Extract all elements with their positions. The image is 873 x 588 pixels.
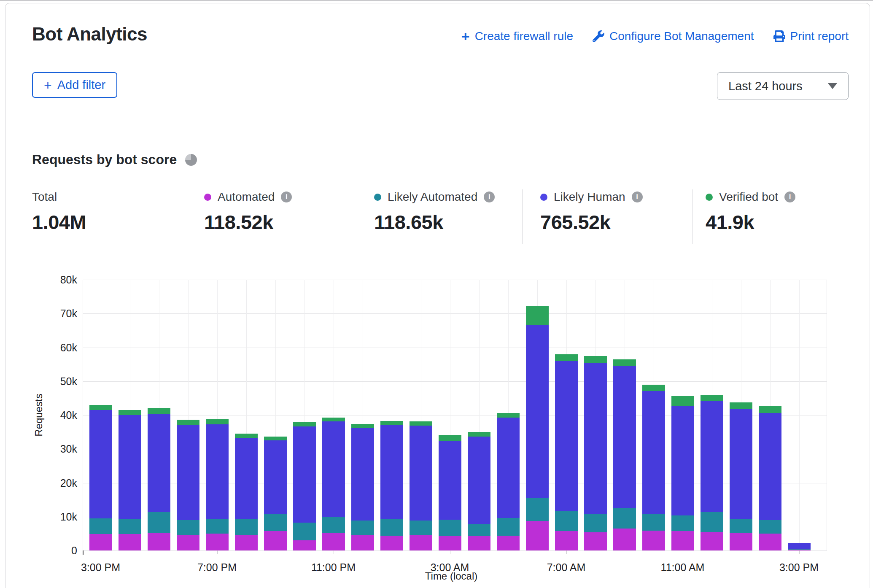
bar-9:00 AM[interactable]: [613, 359, 636, 550]
info-icon[interactable]: i: [784, 192, 795, 202]
bar-segment-automated: [235, 535, 258, 550]
info-icon[interactable]: i: [484, 192, 495, 202]
bar-segment-verified-bot: [613, 359, 636, 366]
bar-1:00 PM[interactable]: [730, 402, 752, 550]
bar-segment-automated: [177, 535, 199, 550]
time-range-dropdown[interactable]: Last 24 hours: [717, 72, 849, 100]
origin-tick: [83, 550, 84, 555]
add-filter-button[interactable]: + Add filter: [32, 72, 117, 98]
bar-12:00 PM[interactable]: [701, 395, 723, 550]
h-gridline: [83, 348, 827, 348]
bar-segment-automated: [351, 535, 374, 550]
bar-4:00 PM[interactable]: [119, 410, 141, 550]
create-firewall-rule-link[interactable]: + Create firewall rule: [461, 30, 573, 43]
bar-segment-likely-human: [613, 366, 636, 508]
bar-segment-automated: [613, 529, 636, 550]
bar-3:00 PM[interactable]: [89, 405, 112, 550]
bar-5:00 PM[interactable]: [148, 408, 170, 550]
chevron-down-icon: [828, 83, 837, 89]
bar-segment-likely-human: [788, 543, 811, 549]
bar-segment-likely-automated: [177, 520, 199, 535]
bar-segment-verified-bot: [730, 402, 752, 409]
stat-likely-human: Likely Human i 765.52k: [540, 189, 643, 234]
bar-segment-likely-human: [380, 425, 403, 519]
bar-segment-automated: [759, 534, 781, 550]
bar-segment-verified-bot: [89, 405, 112, 410]
bar-6:00 PM[interactable]: [177, 420, 199, 550]
wrench-icon: [593, 30, 604, 42]
y-tick-label: 50k: [60, 375, 77, 387]
bar-segment-likely-automated: [119, 519, 141, 534]
bar-segment-verified-bot: [701, 395, 723, 401]
bar-8:00 AM[interactable]: [584, 356, 607, 550]
h-gridline: [83, 381, 827, 382]
bar-segment-likely-human: [89, 410, 112, 518]
bar-11:00 AM[interactable]: [671, 396, 694, 550]
bar-segment-automated: [322, 533, 345, 550]
bar-segment-verified-bot: [671, 396, 694, 406]
bar-3:00 AM[interactable]: [439, 435, 461, 550]
bar-11:00 PM[interactable]: [322, 418, 345, 550]
bar-12:00 AM[interactable]: [351, 424, 374, 550]
print-report-link[interactable]: Print report: [773, 30, 849, 43]
bar-segment-likely-automated: [293, 523, 316, 540]
page-title: Bot Analytics: [32, 24, 147, 45]
bar-segment-likely-automated: [380, 519, 403, 536]
bar-9:00 PM[interactable]: [264, 437, 287, 550]
bar-6:00 AM[interactable]: [526, 306, 549, 550]
bar-1:00 AM[interactable]: [380, 421, 403, 550]
bar-segment-likely-human: [468, 437, 490, 524]
bar-segment-automated: [206, 534, 229, 550]
bar-segment-likely-automated: [584, 514, 607, 532]
printer-icon: [773, 30, 785, 42]
stat-total-value: 1.04M: [32, 210, 86, 234]
likely-human-legend-dot: [540, 194, 547, 201]
header: Bot Analytics + Create firewall rule Con…: [32, 24, 849, 45]
bar-segment-likely-automated: [671, 515, 694, 531]
bar-segment-likely-automated: [235, 519, 258, 535]
create-firewall-rule-label: Create firewall rule: [475, 30, 573, 43]
bar-segment-likely-human: [264, 440, 287, 514]
bar-segment-likely-automated: [322, 517, 345, 533]
x-axis-title: Time (local): [425, 570, 477, 582]
stat-divider: [357, 189, 357, 244]
bar-segment-likely-human: [642, 391, 665, 514]
bar-segment-verified-bot: [293, 422, 316, 426]
bar-2:00 PM[interactable]: [759, 406, 781, 550]
bar-segment-automated: [642, 531, 665, 550]
x-tick-mark: [799, 550, 800, 554]
bar-3:00 PM[interactable]: [788, 543, 811, 550]
bar-segment-verified-bot: [642, 385, 665, 391]
stat-divider: [522, 189, 523, 244]
bar-segment-likely-human: [497, 418, 520, 518]
bar-segment-likely-human: [322, 421, 345, 517]
y-axis-labels: 010k20k30k40k50k60k70k80k: [18, 280, 77, 550]
bar-2:00 AM[interactable]: [410, 421, 432, 550]
info-icon[interactable]: i: [632, 192, 643, 202]
bar-segment-automated: [730, 533, 752, 550]
bar-10:00 PM[interactable]: [293, 422, 316, 550]
bar-4:00 AM[interactable]: [468, 432, 490, 550]
verified-bot-legend-dot: [706, 194, 713, 201]
bar-10:00 AM[interactable]: [642, 385, 665, 550]
configure-bot-management-link[interactable]: Configure Bot Management: [593, 30, 754, 43]
x-tick-mark: [334, 550, 334, 554]
bar-segment-likely-automated: [555, 511, 578, 531]
x-tick-label: 3:00 PM: [779, 561, 819, 574]
stat-automated-value: 118.52k: [204, 210, 292, 234]
bar-segment-verified-bot: [584, 356, 607, 363]
plot-area: 3:00 PM7:00 PM11:00 PM3:00 AM7:00 AM11:0…: [83, 280, 827, 550]
bar-5:00 AM[interactable]: [497, 413, 520, 550]
h-gridline: [83, 313, 827, 314]
stat-divider: [187, 189, 187, 244]
bar-7:00 AM[interactable]: [555, 354, 578, 550]
x-tick-label: 7:00 AM: [547, 561, 586, 574]
info-icon[interactable]: i: [281, 192, 292, 202]
bar-segment-likely-automated: [526, 498, 549, 521]
bar-segment-likely-automated: [410, 521, 432, 535]
bar-segment-likely-human: [351, 428, 374, 521]
bar-segment-automated: [380, 536, 403, 550]
bar-8:00 PM[interactable]: [235, 434, 258, 550]
stat-verified-bot: Verified bot i 41.9k: [706, 189, 795, 234]
bar-7:00 PM[interactable]: [206, 419, 229, 550]
